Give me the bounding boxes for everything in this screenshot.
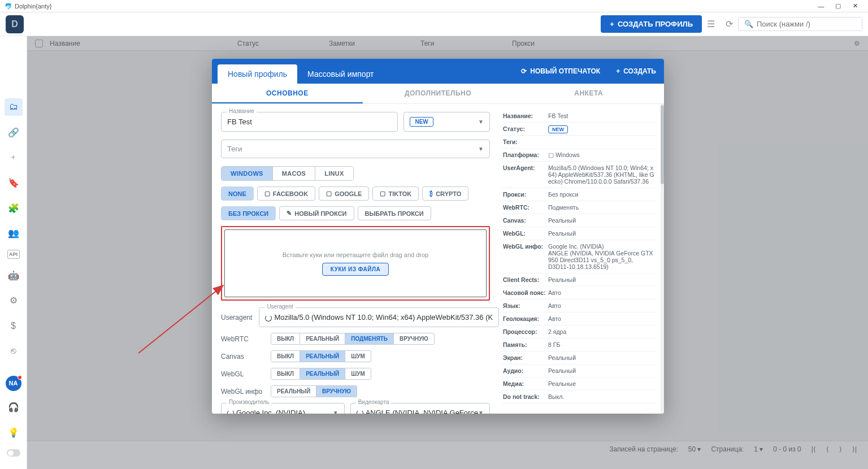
windows-icon: ▢ bbox=[548, 151, 555, 158]
canvas-segment: ВЫКЛ РЕАЛЬНЫЙ ШУМ bbox=[271, 350, 371, 362]
chevron-down-icon: ▼ bbox=[478, 410, 484, 414]
os-macos[interactable]: MACOS bbox=[273, 167, 315, 180]
minimize-button[interactable]: — bbox=[813, 3, 830, 10]
chevron-down-icon: ▼ bbox=[478, 146, 484, 152]
modal-header: Новый профиль Массовый импорт ⟳НОВЫЙ ОТП… bbox=[212, 59, 664, 84]
webrtc-segment: ВЫКЛ РЕАЛЬНЫЙ ПОДМЕНЯТЬ ВРУЧНУЮ bbox=[271, 333, 435, 345]
site-chips: NONE ▢FACEBOOK ▢GOOGLE ▢TIKTOK ₿CRYPTO bbox=[221, 186, 490, 201]
proxy-none[interactable]: БЕЗ ПРОКСИ bbox=[221, 206, 276, 220]
webgl-noise[interactable]: ШУМ bbox=[345, 368, 371, 379]
nav-logout-icon[interactable]: ⎋ bbox=[5, 342, 23, 360]
chevron-down-icon: ▼ bbox=[478, 119, 484, 125]
site-facebook[interactable]: ▢FACEBOOK bbox=[257, 186, 315, 201]
webrtc-substitute[interactable]: ПОДМЕНЯТЬ bbox=[345, 333, 394, 344]
nav-team-icon[interactable]: 👥 bbox=[5, 225, 23, 242]
canvas-real[interactable]: РЕАЛЬНЫЙ bbox=[300, 351, 345, 362]
facebook-icon: ▢ bbox=[264, 190, 270, 197]
webrtc-manual[interactable]: ВРУЧНУЮ bbox=[394, 333, 434, 344]
refresh-icon[interactable]: ⟳ bbox=[720, 15, 738, 33]
subtab-questionnaire[interactable]: АНКЕТА bbox=[513, 84, 664, 103]
modal-tab-mass-import[interactable]: Массовый импорт bbox=[297, 64, 384, 84]
proxy-chips: БЕЗ ПРОКСИ ✎НОВЫЙ ПРОКСИ ВЫБРАТЬ ПРОКСИ bbox=[221, 206, 490, 220]
app-topbar: D + СОЗДАТЬ ПРОФИЛЬ ☰ ⟳ 🔍 bbox=[0, 12, 868, 36]
modal-form-column: Название NEW ▼ Теги ▼ WINDOWS MACOS LINU… bbox=[212, 104, 499, 414]
window-titlebar: 🐬 Dolphin{anty} — ▢ ✕ bbox=[0, 0, 868, 12]
new-fingerprint-button[interactable]: ⟳НОВЫЙ ОТПЕЧАТОК bbox=[513, 67, 608, 75]
plus-icon: + bbox=[616, 67, 620, 75]
os-segment: WINDOWS MACOS LINUX bbox=[221, 166, 354, 181]
nav-add-icon[interactable]: ﹢ bbox=[5, 149, 23, 166]
nav-extensions-icon[interactable]: 🧩 bbox=[5, 199, 23, 217]
status-dropdown[interactable]: NEW ▼ bbox=[403, 112, 490, 132]
nav-settings-icon[interactable]: ⚙ bbox=[5, 292, 23, 309]
search-input[interactable] bbox=[757, 20, 856, 28]
search-input-wrap[interactable]: 🔍 bbox=[738, 17, 862, 31]
proxy-select[interactable]: ВЫБРАТЬ ПРОКСИ bbox=[358, 206, 431, 220]
cookie-drop-zone[interactable]: Вставьте куки или перетащите файл drag a… bbox=[224, 229, 487, 297]
app-logo: D bbox=[6, 15, 24, 33]
cookie-from-file-button[interactable]: КУКИ ИЗ ФАЙЛА bbox=[322, 263, 389, 276]
canvas-noise[interactable]: ШУМ bbox=[345, 351, 371, 362]
site-google[interactable]: ▢GOOGLE bbox=[319, 186, 369, 201]
modal-summary-column: Название:FB Test Статус:NEW Теги: Платфо… bbox=[499, 104, 661, 414]
search-icon: 🔍 bbox=[744, 20, 753, 28]
webrtc-off[interactable]: ВЫКЛ bbox=[271, 333, 300, 344]
webglinfo-segment: РЕАЛЬНЫЙ ВРУЧНУЮ bbox=[271, 385, 357, 397]
useragent-input[interactable]: Mozilla/5.0 (Windows NT 10.0; Win64; x64… bbox=[259, 307, 499, 327]
os-windows[interactable]: WINDOWS bbox=[222, 167, 273, 180]
nav-support-icon[interactable]: 🎧 bbox=[5, 399, 23, 416]
modal-scrollbar[interactable] bbox=[661, 104, 664, 414]
tiktok-icon: ▢ bbox=[380, 190, 385, 197]
user-avatar[interactable]: NA bbox=[6, 376, 21, 391]
refresh-icon: ⟳ bbox=[521, 67, 527, 75]
create-profile-button[interactable]: + СОЗДАТЬ ПРОФИЛЬ bbox=[601, 15, 702, 33]
nav-api-icon[interactable]: API bbox=[7, 250, 20, 258]
edit-icon: ✎ bbox=[287, 210, 292, 217]
nav-billing-icon[interactable]: $ bbox=[5, 317, 23, 335]
webglinfo-manual[interactable]: ВРУЧНУЮ bbox=[316, 386, 357, 397]
refresh-icon bbox=[227, 410, 234, 414]
nav-idea-icon[interactable]: 💡 bbox=[5, 424, 23, 441]
plus-icon: + bbox=[610, 20, 614, 28]
refresh-icon bbox=[357, 410, 363, 414]
site-none[interactable]: NONE bbox=[221, 186, 254, 201]
subtab-additional[interactable]: ДОПОЛНИТЕЛЬНО bbox=[363, 84, 514, 103]
refresh-icon bbox=[265, 315, 272, 322]
subtab-main[interactable]: ОСНОВНОЕ bbox=[212, 84, 363, 103]
create-profile-modal: Новый профиль Массовый импорт ⟳НОВЫЙ ОТП… bbox=[212, 59, 664, 414]
nav-bookmark-icon[interactable]: 🔖 bbox=[5, 174, 23, 192]
proxy-new[interactable]: ✎НОВЫЙ ПРОКСИ bbox=[279, 206, 354, 220]
theme-toggle[interactable] bbox=[7, 449, 20, 457]
cookies-highlight-box: Вставьте куки или перетащите файл drag a… bbox=[221, 226, 490, 301]
maximize-button[interactable]: ▢ bbox=[830, 2, 847, 10]
chevron-down-icon: ▼ bbox=[333, 410, 338, 414]
modal-tab-new-profile[interactable]: Новый профиль bbox=[218, 64, 297, 84]
webglinfo-real[interactable]: РЕАЛЬНЫЙ bbox=[271, 386, 316, 397]
tags-dropdown[interactable]: Теги ▼ bbox=[221, 140, 490, 158]
webgl-real[interactable]: РЕАЛЬНЫЙ bbox=[300, 368, 345, 379]
site-crypto[interactable]: ₿CRYPTO bbox=[422, 186, 468, 201]
filter-icon[interactable]: ☰ bbox=[702, 15, 720, 33]
left-nav: 🗂 🔗 ﹢ 🔖 🧩 👥 API 🤖 ⚙ $ ⎋ NA 🎧 💡 bbox=[0, 36, 27, 469]
nav-profiles-icon[interactable]: 🗂 bbox=[5, 98, 23, 116]
nav-link-icon[interactable]: 🔗 bbox=[5, 124, 23, 141]
google-icon: ▢ bbox=[326, 190, 332, 197]
window-title: Dolphin{anty} bbox=[15, 3, 51, 10]
os-linux[interactable]: LINUX bbox=[315, 167, 353, 180]
modal-create-button[interactable]: +СОЗДАТЬ bbox=[608, 67, 664, 75]
site-tiktok[interactable]: ▢TIKTOK bbox=[372, 186, 419, 201]
canvas-off[interactable]: ВЫКЛ bbox=[271, 351, 300, 362]
webrtc-real[interactable]: РЕАЛЬНЫЙ bbox=[300, 333, 345, 344]
webgl-off[interactable]: ВЫКЛ bbox=[271, 368, 300, 379]
nav-automation-icon[interactable]: 🤖 bbox=[5, 267, 23, 284]
profile-name-input[interactable] bbox=[221, 112, 398, 132]
webgl-segment: ВЫКЛ РЕАЛЬНЫЙ ШУМ bbox=[271, 368, 371, 380]
crypto-icon: ₿ bbox=[429, 190, 433, 197]
modal-subtabs: ОСНОВНОЕ ДОПОЛНИТЕЛЬНО АНКЕТА bbox=[212, 84, 664, 104]
close-button[interactable]: ✕ bbox=[847, 2, 863, 10]
